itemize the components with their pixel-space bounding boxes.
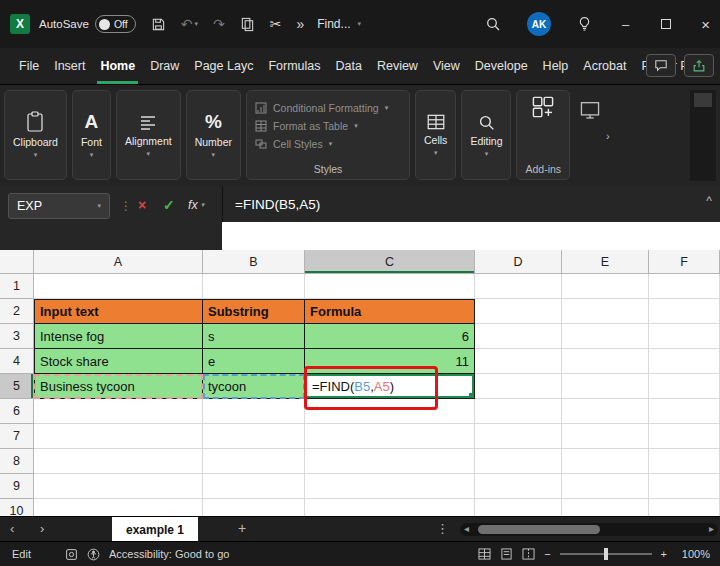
accessibility-status[interactable]: Accessibility: Good to go [109, 548, 229, 560]
horizontal-scrollbar-thumb[interactable] [478, 525, 600, 534]
cell-styles-button[interactable]: Cell Styles ▾ [255, 135, 401, 153]
cell-e8[interactable] [562, 449, 649, 474]
copy-icon[interactable] [240, 17, 255, 32]
cell-f1[interactable] [649, 274, 720, 299]
find-dropdown[interactable]: Find... ▾ [317, 17, 361, 31]
cell-c7[interactable] [305, 424, 475, 449]
cell-b8[interactable] [203, 449, 305, 474]
cell-d6[interactable] [475, 399, 562, 424]
drag-handle-icon[interactable]: ⋮ [120, 199, 132, 213]
cell-e5[interactable] [562, 374, 649, 399]
cell-a5[interactable]: Business tycoon [34, 374, 203, 399]
formula-bar-expanded-area[interactable] [222, 222, 720, 250]
insert-function-button[interactable]: fx ▾ [188, 198, 204, 212]
row-header-9[interactable]: 9 [0, 474, 34, 499]
format-as-table-button[interactable]: Format as Table ▾ [255, 117, 401, 135]
menu-help[interactable]: Help [540, 48, 572, 84]
next-sheet-icon[interactable]: › [40, 521, 44, 536]
excel-logo-icon[interactable]: X [10, 14, 30, 34]
menu-draw[interactable]: Draw [147, 48, 182, 84]
cell-b5[interactable]: tycoon [203, 374, 305, 399]
page-break-view-icon[interactable] [522, 548, 535, 560]
share-button[interactable] [684, 54, 714, 77]
cell-a7[interactable] [34, 424, 203, 449]
formula-input[interactable]: =FIND(B5,A5) [222, 186, 720, 222]
cell-b1[interactable] [203, 274, 305, 299]
cell-b2[interactable]: Substring [203, 299, 305, 324]
autosave-toggle[interactable]: Off [95, 15, 136, 33]
cell-c1[interactable] [305, 274, 475, 299]
undo-icon[interactable]: ↶▾ [181, 16, 198, 32]
font-group-button[interactable]: A Font ▾ [72, 90, 111, 180]
cell-c9[interactable] [305, 474, 475, 499]
confirm-entry-button[interactable]: ✓ [163, 197, 175, 213]
zoom-level[interactable]: 100% [676, 548, 710, 560]
cell-c8[interactable] [305, 449, 475, 474]
save-icon[interactable] [151, 17, 166, 32]
menu-view[interactable]: View [430, 48, 463, 84]
menu-review[interactable]: Review [374, 48, 421, 84]
cell-a1[interactable] [34, 274, 203, 299]
cell-b3[interactable]: s [203, 324, 305, 349]
cell-f9[interactable] [649, 474, 720, 499]
col-header-f[interactable]: F [649, 250, 720, 274]
cell-d4[interactable] [475, 349, 562, 374]
cell-e6[interactable] [562, 399, 649, 424]
menu-page-layout[interactable]: Page Layc [191, 48, 256, 84]
cell-a3[interactable]: Intense fog [34, 324, 203, 349]
col-header-e[interactable]: E [562, 250, 649, 274]
menu-insert[interactable]: Insert [51, 48, 88, 84]
maximize-button[interactable] [661, 19, 671, 29]
cell-d2[interactable] [475, 299, 562, 324]
cell-c2[interactable]: Formula [305, 299, 475, 324]
page-layout-view-icon[interactable] [500, 548, 513, 560]
clipboard-group-button[interactable]: Clipboard ▾ [4, 90, 67, 180]
menu-developer[interactable]: Develope [472, 48, 531, 84]
col-header-a[interactable]: A [34, 250, 203, 274]
cell-f4[interactable] [649, 349, 720, 374]
menu-formulas[interactable]: Formulas [265, 48, 323, 84]
ribbon-collapse-handle[interactable] [694, 93, 712, 107]
accessibility-icon[interactable] [87, 548, 100, 561]
cell-a4[interactable]: Stock share [34, 349, 203, 374]
cell-b4[interactable]: e [203, 349, 305, 374]
cell-d9[interactable] [475, 474, 562, 499]
col-header-c[interactable]: C [305, 250, 475, 274]
zoom-in-button[interactable]: + [661, 548, 667, 560]
prev-sheet-icon[interactable]: ‹ [10, 521, 14, 536]
normal-view-icon[interactable] [478, 548, 491, 560]
menu-home[interactable]: Home [97, 48, 138, 84]
select-all-corner[interactable] [0, 250, 34, 274]
cell-f7[interactable] [649, 424, 720, 449]
alignment-group-button[interactable]: Alignment ▾ [116, 90, 181, 180]
name-box[interactable]: EXP ▾ [8, 193, 110, 219]
row-header-4[interactable]: 4 [0, 349, 34, 374]
cell-e9[interactable] [562, 474, 649, 499]
cell-e2[interactable] [562, 299, 649, 324]
comments-button[interactable] [646, 54, 676, 77]
row-header-3[interactable]: 3 [0, 324, 34, 349]
editing-group-button[interactable]: Editing ▾ [461, 90, 511, 180]
zoom-slider-thumb[interactable] [604, 548, 608, 560]
lightbulb-icon[interactable] [577, 16, 592, 32]
scroll-right-icon[interactable]: ▸ [709, 523, 714, 534]
menu-file[interactable]: File [16, 48, 42, 84]
cell-f2[interactable] [649, 299, 720, 324]
redo-icon[interactable]: ↷ [213, 16, 225, 32]
cell-d8[interactable] [475, 449, 562, 474]
minimize-button[interactable]: – [622, 17, 629, 32]
row-header-6[interactable]: 6 [0, 399, 34, 424]
cell-b9[interactable] [203, 474, 305, 499]
collapse-formula-bar-icon[interactable]: ^ [706, 194, 712, 208]
cell-b7[interactable] [203, 424, 305, 449]
close-button[interactable]: × [701, 16, 710, 33]
more-commands-icon[interactable]: » [296, 16, 304, 32]
col-header-d[interactable]: D [475, 250, 562, 274]
add-sheet-button[interactable]: + [238, 520, 246, 536]
zoom-out-button[interactable]: − [544, 548, 550, 560]
zoom-slider[interactable] [560, 553, 652, 555]
cell-b6[interactable] [203, 399, 305, 424]
row-header-5[interactable]: 5 [0, 374, 34, 399]
cell-d3[interactable] [475, 324, 562, 349]
cell-f5[interactable] [649, 374, 720, 399]
